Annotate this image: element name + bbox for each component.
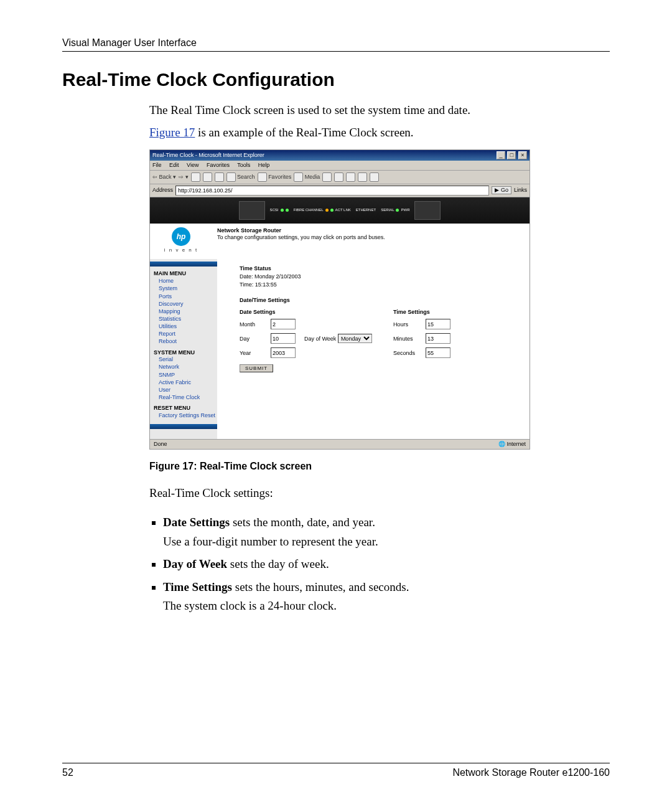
figure-link[interactable]: Figure 17 [149, 126, 195, 139]
sidebar-item-statistics[interactable]: Statistics [159, 315, 216, 323]
router-heading: Network Storage Router [217, 227, 385, 234]
sidebar-item-system[interactable]: System [159, 285, 216, 292]
minutes-input[interactable] [426, 333, 450, 344]
date-time-settings-header: Date/Time Settings [240, 297, 523, 304]
refresh-icon[interactable] [203, 172, 212, 182]
sidebar-item-real-time-clock[interactable]: Real-Time Clock [159, 394, 216, 401]
discuss-icon[interactable] [370, 172, 379, 182]
sidebar-accent-bar [150, 424, 217, 429]
page-number: 52 [62, 767, 73, 778]
sidebar-item-home[interactable]: Home [159, 277, 216, 285]
menu-help[interactable]: Help [258, 162, 270, 168]
scsi-label: SCSI [270, 208, 279, 212]
favorites-button[interactable]: Favorites [258, 172, 292, 182]
sidebar-accent-bar [150, 262, 217, 267]
device-header-image: SCSI FIBRE CHANNEL ACT LNK ETHERNET [150, 197, 530, 224]
sidebar-item-snmp[interactable]: SNMP [159, 371, 216, 379]
intro-p2: Figure 17 is an example of the Real-Time… [149, 124, 610, 141]
led-icon [330, 209, 334, 212]
home-icon[interactable] [215, 172, 224, 182]
list-item: Time Settings sets the hours, minutes, a… [163, 578, 610, 616]
toolbar: ⇦ Back ▾ ⇨ ▾ Search Favorites Media [150, 171, 530, 184]
doc-title: Network Storage Router e1200-160 [452, 767, 610, 778]
address-input[interactable] [175, 186, 489, 196]
links-label[interactable]: Links [514, 187, 527, 194]
media-button[interactable]: Media [294, 172, 320, 182]
sidebar-item-active-fabric[interactable]: Active Fabric [159, 379, 216, 386]
main-panel: Time Status Date: Monday 2/10/2003 Time:… [217, 259, 530, 439]
window-controls: _ □ × [496, 151, 527, 159]
running-head: Visual Manager User Interface [62, 37, 610, 49]
window-title: Real-Time Clock - Microsoft Internet Exp… [152, 152, 264, 159]
mail-icon[interactable] [334, 172, 343, 182]
page-content: SCSI FIBRE CHANNEL ACT LNK ETHERNET [150, 197, 530, 439]
minimize-button[interactable]: _ [497, 151, 505, 159]
status-zone: 🌐 Internet [498, 441, 526, 448]
sidebar-item-reboot[interactable]: Reboot [159, 337, 216, 345]
minutes-label: Minutes [393, 336, 426, 342]
stop-icon[interactable] [191, 172, 200, 182]
page-title: Real-Time Clock Configuration [62, 69, 610, 90]
led-icon [281, 209, 284, 212]
media-icon [294, 172, 303, 182]
status-left: Done [154, 441, 167, 448]
day-input[interactable] [271, 333, 296, 344]
print-icon[interactable] [346, 172, 355, 182]
search-icon [226, 172, 236, 182]
header-rule [62, 51, 610, 52]
sidebar-item-report[interactable]: Report [159, 330, 216, 337]
edit-icon[interactable] [358, 172, 367, 182]
menu-view[interactable]: View [187, 162, 198, 168]
sidebar-item-serial[interactable]: Serial [159, 356, 216, 363]
search-button[interactable]: Search [226, 172, 255, 182]
close-button[interactable]: × [518, 151, 527, 159]
hours-input[interactable] [426, 319, 450, 329]
fibre-label: FIBRE CHANNEL [294, 208, 324, 212]
menu-favorites[interactable]: Favorites [207, 162, 230, 168]
seconds-label: Seconds [393, 350, 426, 357]
ie-window: Real-Time Clock - Microsoft Internet Exp… [149, 149, 530, 450]
hp-logo-icon: hp [172, 227, 190, 246]
time-line: Time: 15:13:55 [240, 281, 523, 288]
sidebar-item-network[interactable]: Network [159, 363, 216, 370]
address-bar: Address ▶ Go Links [150, 184, 530, 197]
menu-tools[interactable]: Tools [237, 162, 250, 168]
status-bar: Done 🌐 Internet [150, 439, 530, 449]
sidebar-item-discovery[interactable]: Discovery [159, 300, 216, 308]
menu-bar: File Edit View Favorites Tools Help [150, 161, 530, 171]
date-line: Date: Monday 2/10/2003 [240, 273, 523, 280]
history-icon[interactable] [322, 172, 332, 182]
sidebar-item-factory-reset[interactable]: Factory Settings Reset [159, 412, 216, 419]
forward-button[interactable]: ⇨ ▾ [179, 174, 189, 181]
year-input[interactable] [271, 347, 296, 358]
ethernet-label: ETHERNET [356, 208, 376, 212]
hours-label: Hours [393, 321, 426, 328]
sidebar-item-mapping[interactable]: Mapping [159, 308, 216, 315]
list-item: Date Settings sets the month, date, and … [163, 513, 610, 551]
brand-cell: hp i n v e n t [150, 224, 212, 260]
reset-menu-header: RESET MENU [154, 405, 216, 412]
day-of-week-select[interactable]: Monday [338, 334, 372, 343]
back-button[interactable]: ⇦ Back ▾ [152, 174, 176, 181]
menu-edit[interactable]: Edit [169, 162, 179, 168]
sidebar-item-user[interactable]: User [159, 386, 216, 394]
month-label: Month [240, 321, 271, 328]
router-subtext: To change configuration settings, you ma… [217, 234, 385, 241]
sidebar-item-utilities[interactable]: Utilities [159, 323, 216, 330]
day-label: Day [240, 336, 271, 342]
sidebar-item-ports[interactable]: Ports [159, 293, 216, 300]
submit-button[interactable]: SUBMIT [240, 364, 273, 372]
page-footer: 52 Network Storage Router e1200-160 [62, 763, 610, 778]
seconds-input[interactable] [426, 347, 450, 358]
main-menu-header: MAIN MENU [154, 270, 216, 277]
menu-file[interactable]: File [152, 162, 162, 168]
maximize-button[interactable]: □ [507, 151, 516, 159]
go-button[interactable]: ▶ Go [492, 186, 511, 194]
favorites-icon [258, 172, 267, 182]
time-settings-header: Time Settings [393, 309, 450, 316]
led-icon [325, 209, 329, 212]
intro-p1: The Real Time Clock screen is used to se… [149, 101, 610, 119]
footer-rule [62, 763, 610, 763]
month-input[interactable] [271, 319, 296, 329]
address-label: Address [152, 187, 173, 194]
